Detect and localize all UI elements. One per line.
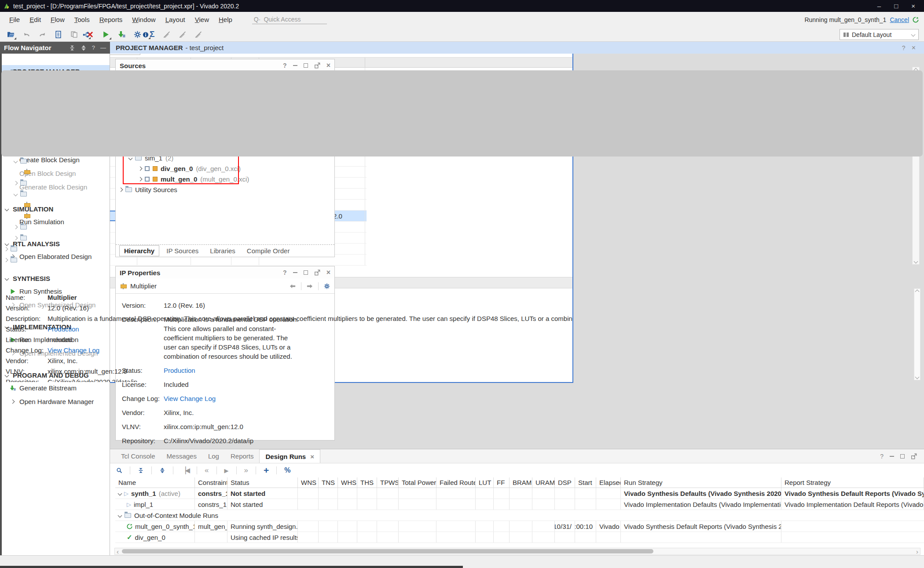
tab-reports[interactable]: Reports xyxy=(225,449,260,463)
cancel-run-link[interactable]: Cancel xyxy=(890,16,909,23)
running-status-text: Running mult_gen_0_synth_1 xyxy=(804,16,886,23)
minimize-icon[interactable] xyxy=(890,456,894,457)
flow-navigator-title: Flow Navigator xyxy=(4,44,51,51)
minimize-panel-icon[interactable]: — xyxy=(100,44,106,51)
settings-gear-icon[interactable] xyxy=(134,31,141,38)
tree-item-sim-mult-gen[interactable]: mult_gen_0(mult_gen_0.xci) xyxy=(116,174,334,184)
percent-icon[interactable]: % xyxy=(284,466,290,474)
help-icon[interactable]: ? xyxy=(902,44,906,51)
float-icon[interactable] xyxy=(314,62,320,69)
menu-tools[interactable]: Tools xyxy=(70,14,95,25)
disabled-edit-icon xyxy=(179,31,186,38)
chevron-right-icon xyxy=(11,400,15,404)
detail-repository: C:/Xilinx/Vivado/2020.2/data/ip xyxy=(48,378,137,382)
folder-icon xyxy=(125,513,131,518)
close-icon[interactable]: × xyxy=(912,44,916,52)
menu-flow[interactable]: Flow xyxy=(46,14,70,25)
ip-properties-title: IP Properties xyxy=(120,269,160,277)
sidebar-item-open-hardware-manager[interactable]: Open Hardware Manager xyxy=(0,395,110,408)
details-scrollbar[interactable] xyxy=(914,288,920,380)
tab-design-runs[interactable]: Design Runs× xyxy=(259,449,320,463)
maximize-icon[interactable] xyxy=(900,454,905,459)
save-report-icon[interactable] xyxy=(55,31,62,38)
folder-icon xyxy=(20,236,27,240)
menu-help[interactable]: Help xyxy=(214,14,237,25)
menu-view[interactable]: View xyxy=(190,14,214,25)
search-icon[interactable] xyxy=(116,467,122,473)
run-row-impl-1[interactable]: ▷impl_1 constrs_1 Not started Vivado Imp… xyxy=(115,499,924,510)
module-icon xyxy=(153,166,158,171)
menu-reports[interactable]: Reports xyxy=(95,14,128,25)
collapse-all-icon[interactable] xyxy=(69,45,75,51)
expand-all-icon[interactable] xyxy=(81,45,87,51)
run-row-div-gen[interactable]: ✓div_gen_0 Using cached IP results xyxy=(115,532,924,543)
detail-status-link[interactable]: Production xyxy=(48,325,79,333)
scroll-left-icon[interactable]: ‹ xyxy=(115,548,121,555)
scroll-up-icon[interactable] xyxy=(915,290,920,294)
help-icon[interactable]: ? xyxy=(92,44,95,51)
title-bar: test_project - [D:/ProgramFiles/FPGA/tes… xyxy=(0,0,924,12)
skip-to-start-icon: ▕◀ xyxy=(181,466,189,474)
scroll-down-icon[interactable] xyxy=(914,259,918,264)
layout-selector[interactable]: Default Layout xyxy=(840,29,919,40)
sidebar-section-simulation[interactable]: SIMULATION xyxy=(0,203,110,215)
help-icon[interactable]: ? xyxy=(880,453,884,460)
disabled-elaborate-icon xyxy=(163,31,170,38)
ip-icon xyxy=(145,177,150,182)
sidebar-section-synthesis[interactable]: SYNTHESIS xyxy=(0,272,110,284)
tab-messages[interactable]: Messages xyxy=(161,449,202,463)
run-row-synth-1[interactable]: ▷synth_1(active) constrs_1 Not started V… xyxy=(115,488,924,499)
expand-all-icon[interactable] xyxy=(159,467,165,473)
detail-view-change-log-link[interactable]: View Change Log xyxy=(48,346,99,354)
fast-forward-icon: » xyxy=(244,466,248,475)
float-icon[interactable] xyxy=(314,269,320,276)
undo-icon[interactable] xyxy=(23,31,30,38)
maximize-icon[interactable]: □ xyxy=(894,2,898,10)
tree-item-sim-div-gen[interactable]: div_gen_0(div_gen_0.xci) xyxy=(116,163,334,174)
open-project-icon[interactable] xyxy=(7,31,15,38)
tab-tcl-console[interactable]: Tcl Console xyxy=(115,449,161,463)
info-icon[interactable] xyxy=(143,32,149,38)
taxonomy-icon[interactable] xyxy=(83,32,89,38)
tree-item-utility-sources[interactable]: Utility Sources xyxy=(116,184,334,195)
tab-ip-sources[interactable]: IP Sources xyxy=(162,246,203,256)
collapse-all-icon[interactable] xyxy=(138,467,144,473)
close-icon[interactable]: × xyxy=(326,269,330,277)
menu-layout[interactable]: Layout xyxy=(161,14,190,25)
quick-access-input[interactable]: Q· Quick Access xyxy=(252,15,327,24)
redo-icon[interactable] xyxy=(39,31,46,38)
maximize-icon[interactable] xyxy=(304,63,308,68)
horizontal-scrollbar[interactable]: ‹ › xyxy=(114,548,920,555)
tab-log[interactable]: Log xyxy=(202,449,225,463)
catalog-scrollbar-thumb[interactable] xyxy=(1,70,923,157)
maximize-icon[interactable] xyxy=(304,270,308,275)
scroll-down-icon[interactable] xyxy=(915,375,920,379)
scroll-right-icon[interactable]: › xyxy=(914,548,920,555)
minimize-icon[interactable] xyxy=(293,272,297,273)
help-icon[interactable]: ? xyxy=(283,62,287,69)
horizontal-scrollbar-thumb[interactable] xyxy=(122,549,653,553)
status-bar xyxy=(0,555,924,568)
generate-bitstream-icon[interactable] xyxy=(118,31,125,38)
minimize-icon[interactable]: – xyxy=(877,2,881,10)
close-icon[interactable]: × xyxy=(911,2,915,10)
tab-hierarchy[interactable]: Hierarchy xyxy=(119,245,159,256)
run-row-mult-gen-synth[interactable]: mult_gen_0_synth_1 mult_gen_0 Running sy… xyxy=(115,521,924,532)
menu-window[interactable]: Window xyxy=(127,14,160,25)
copy-icon[interactable] xyxy=(70,31,78,38)
bottom-panel: Tcl Console Messages Log Reports Design … xyxy=(110,449,924,555)
run-group-out-of-context[interactable]: Out-of-Context Module Runs xyxy=(115,510,924,521)
sidebar-item-generate-bitstream[interactable]: Generate Bitstream xyxy=(0,381,110,395)
add-run-icon[interactable]: + xyxy=(264,465,269,476)
float-icon[interactable] xyxy=(911,453,917,459)
minimize-icon[interactable] xyxy=(293,65,297,66)
menu-file[interactable]: File xyxy=(4,14,25,25)
view-change-log-link[interactable]: View Change Log xyxy=(164,394,216,403)
tab-libraries[interactable]: Libraries xyxy=(205,246,240,256)
close-icon[interactable]: × xyxy=(326,62,330,69)
help-icon[interactable]: ? xyxy=(283,269,287,276)
close-icon[interactable]: × xyxy=(310,453,314,460)
menu-edit[interactable]: Edit xyxy=(25,14,46,25)
run-icon[interactable] xyxy=(102,31,110,38)
tab-compile-order[interactable]: Compile Order xyxy=(242,246,294,256)
